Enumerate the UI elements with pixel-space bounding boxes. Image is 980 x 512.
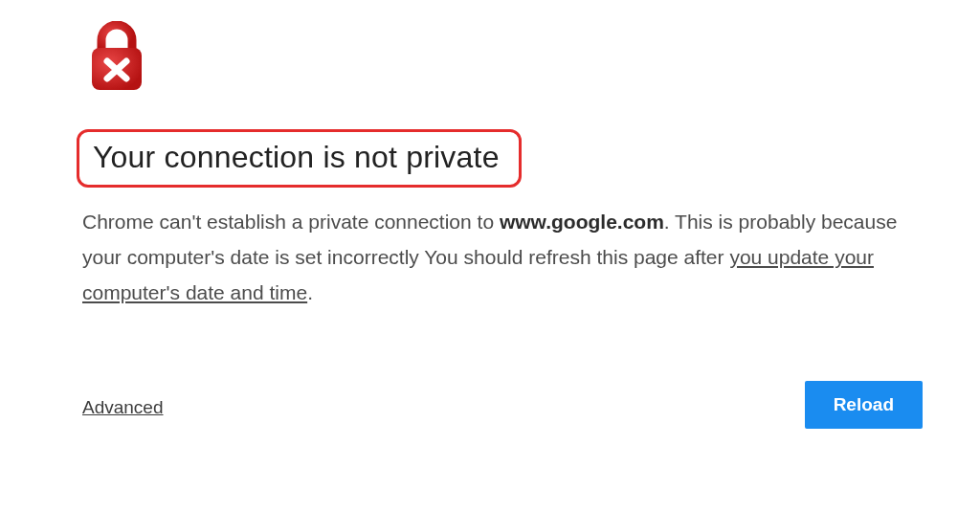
heading-highlight-box: Your connection is not private <box>77 129 522 188</box>
desc-host: www.google.com <box>500 211 664 233</box>
reload-button[interactable]: Reload <box>805 381 923 429</box>
error-description: Chrome can't establish a private connect… <box>82 205 905 310</box>
desc-suffix: . <box>307 281 313 303</box>
desc-prefix: Chrome can't establish a private connect… <box>82 211 500 233</box>
advanced-link[interactable]: Advanced <box>82 397 164 418</box>
broken-lock-icon <box>86 21 147 98</box>
page-heading: Your connection is not private <box>93 140 500 175</box>
